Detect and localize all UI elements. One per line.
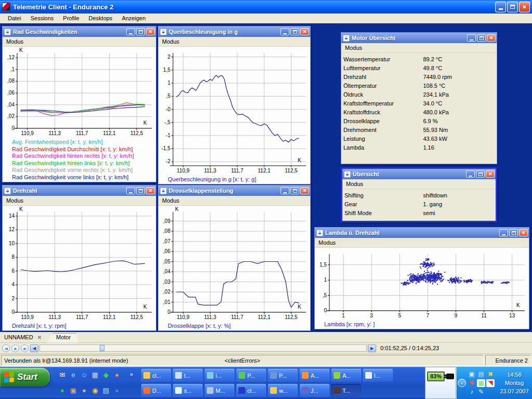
svg-text:11: 11 bbox=[481, 313, 487, 318]
ati-icon[interactable]: ✱ bbox=[468, 379, 476, 387]
tray-collapse-chevron[interactable]: ‹ bbox=[458, 379, 466, 387]
svg-text:111,7: 111,7 bbox=[76, 130, 88, 136]
overflow-chevron[interactable]: » bbox=[130, 371, 133, 377]
security-alert-icon[interactable]: ✖ bbox=[486, 370, 495, 378]
taskbar-button-cl[interactable]: cl... bbox=[141, 369, 171, 382]
taskbar-button-A[interactable]: A... bbox=[331, 369, 361, 382]
taskbar-button-i[interactable]: i... bbox=[205, 369, 234, 382]
scroll-left-button[interactable]: ◀ bbox=[30, 344, 38, 352]
java-web-icon[interactable]: ● bbox=[80, 387, 88, 395]
frame-titlebar[interactable]: Drosselklappenstellung ✕ bbox=[158, 185, 310, 196]
scroll-right-button[interactable]: ▶ bbox=[368, 344, 376, 352]
modus-menu[interactable]: Modus bbox=[3, 37, 156, 47]
taskbar-button-M[interactable]: M... bbox=[205, 384, 234, 397]
tab-motor[interactable]: Motor bbox=[47, 333, 78, 343]
modus-menu[interactable]: Modus bbox=[158, 37, 310, 47]
frame-titlebar[interactable]: Drehzahl ✕ bbox=[3, 185, 156, 196]
menu-item-desktops[interactable]: Desktops bbox=[84, 14, 117, 22]
minimize-button[interactable] bbox=[495, 2, 506, 12]
maximize-button[interactable] bbox=[290, 28, 299, 35]
taskbar-button-P[interactable]: P... bbox=[268, 369, 298, 382]
menu-item-sessions[interactable]: Sessions bbox=[26, 14, 59, 22]
maximize-button[interactable] bbox=[509, 229, 518, 236]
maximize-button[interactable] bbox=[476, 170, 485, 178]
outlook-icon[interactable]: ✉ bbox=[58, 371, 66, 379]
row-label: Lambda bbox=[343, 144, 423, 151]
modus-menu[interactable]: Modus bbox=[315, 238, 529, 248]
export-icon[interactable]: ▤ bbox=[102, 387, 110, 395]
avira-icon[interactable]: ◥ bbox=[486, 379, 495, 387]
frame-titlebar[interactable]: Rad Geschwindigkeiten ✕ bbox=[3, 26, 156, 37]
minimize-button[interactable] bbox=[499, 229, 508, 236]
ie-icon[interactable]: e bbox=[69, 371, 77, 379]
taskbar-button-cl[interactable]: cl... bbox=[236, 384, 266, 397]
timeline-scrollbar[interactable] bbox=[39, 344, 367, 352]
menu-item-anzeigen[interactable]: Anzeigen bbox=[117, 14, 150, 22]
start-button[interactable]: Start bbox=[0, 368, 50, 387]
taskbar-button-A[interactable]: A... bbox=[300, 369, 329, 382]
minimize-button[interactable] bbox=[126, 187, 135, 194]
frame-title: Lambda ü. Drehzahl bbox=[325, 230, 498, 236]
minimize-button[interactable] bbox=[466, 170, 475, 178]
maximize-button[interactable] bbox=[507, 2, 518, 12]
svg-text:-1,5: -1,5 bbox=[162, 145, 171, 151]
thunderbird-icon[interactable]: ● bbox=[113, 387, 121, 395]
remote-desktop-icon[interactable]: ▦ bbox=[91, 371, 99, 379]
scrollbar-thumb[interactable] bbox=[100, 345, 104, 351]
main-titlebar[interactable]: Telemetrie Client - Endurance 2 ✕ bbox=[0, 0, 532, 14]
remote-screen-icon[interactable]: ▣ bbox=[468, 370, 476, 378]
minimize-button[interactable] bbox=[281, 28, 289, 35]
row-value: 1. gang bbox=[423, 201, 496, 207]
modus-menu[interactable]: Modus bbox=[342, 179, 496, 189]
taskbar-button-T[interactable]: T... bbox=[331, 384, 361, 397]
menu-item-datei[interactable]: Datei bbox=[3, 14, 26, 22]
close-button[interactable]: ✕ bbox=[146, 28, 155, 35]
messenger-icon[interactable]: ☺ bbox=[80, 371, 88, 379]
taskbar-button-s[interactable]: s... bbox=[173, 384, 203, 397]
tray-icons: ▣▤✖✱▦◥♪✎ bbox=[468, 370, 497, 396]
frame-titlebar[interactable]: Querbeschleunigung in g ✕ bbox=[158, 26, 310, 37]
modus-menu[interactable]: Modus bbox=[158, 196, 310, 206]
modus-menu[interactable]: Modus bbox=[3, 196, 156, 206]
close-button[interactable]: ✕ bbox=[300, 28, 309, 35]
skip-to-end-button[interactable]: ▶| bbox=[21, 344, 29, 352]
minimize-button[interactable] bbox=[467, 34, 476, 42]
taskbar-button-P[interactable]: P... bbox=[236, 369, 266, 382]
volume-icon[interactable]: ♪ bbox=[468, 388, 476, 396]
minimize-button[interactable] bbox=[126, 28, 135, 35]
taskbar-button-l[interactable]: l... bbox=[363, 369, 393, 382]
modus-menu[interactable]: Modus bbox=[341, 43, 497, 53]
lock-icon[interactable]: ◉ bbox=[91, 387, 99, 395]
status-orb-icon[interactable]: ● bbox=[58, 387, 66, 395]
taskbar-button-D[interactable]: D... bbox=[141, 384, 171, 397]
frame-titlebar[interactable]: Motor Übersicht ✕ bbox=[341, 33, 497, 43]
maximize-button[interactable] bbox=[290, 187, 299, 194]
menu-item-profile[interactable]: Profile bbox=[58, 14, 84, 22]
play-button[interactable]: ▶ bbox=[11, 344, 19, 352]
minimize-button[interactable] bbox=[281, 187, 289, 194]
firefox-icon[interactable]: ● bbox=[113, 371, 121, 379]
close-button[interactable]: ✕ bbox=[486, 170, 495, 178]
close-tab-icon[interactable]: ✕ bbox=[37, 335, 42, 340]
pen-icon[interactable]: ✎ bbox=[477, 388, 485, 396]
maximize-button[interactable] bbox=[136, 28, 145, 35]
frame-titlebar[interactable]: Lambda ü. Drehzahl ✕ bbox=[315, 228, 529, 238]
vnc-icon[interactable]: ▦ bbox=[477, 379, 485, 387]
row-value: 7449.0 rpm bbox=[423, 74, 497, 80]
frame-titlebar[interactable]: Übersicht ✕ bbox=[342, 169, 496, 179]
close-button[interactable]: ✕ bbox=[300, 187, 309, 194]
close-button[interactable]: ✕ bbox=[146, 187, 155, 194]
desktop-manager-icon[interactable]: ◆ bbox=[102, 371, 110, 379]
sync-icon[interactable]: ▣ bbox=[69, 387, 77, 395]
network-icon[interactable]: ▤ bbox=[477, 370, 485, 378]
close-button[interactable]: ✕ bbox=[487, 34, 496, 42]
maximize-button[interactable] bbox=[477, 34, 486, 42]
close-button[interactable]: ✕ bbox=[519, 229, 528, 236]
taskbar-button-w[interactable]: w... bbox=[268, 384, 298, 397]
tab-unnamed[interactable]: UNNAMED bbox=[4, 334, 33, 340]
maximize-button[interactable] bbox=[136, 187, 145, 194]
skip-to-start-button[interactable]: |◀ bbox=[2, 344, 10, 352]
close-button[interactable]: ✕ bbox=[519, 2, 530, 12]
taskbar-button-t[interactable]: t... bbox=[173, 369, 203, 382]
taskbar-button-J[interactable]: J... bbox=[300, 384, 329, 397]
